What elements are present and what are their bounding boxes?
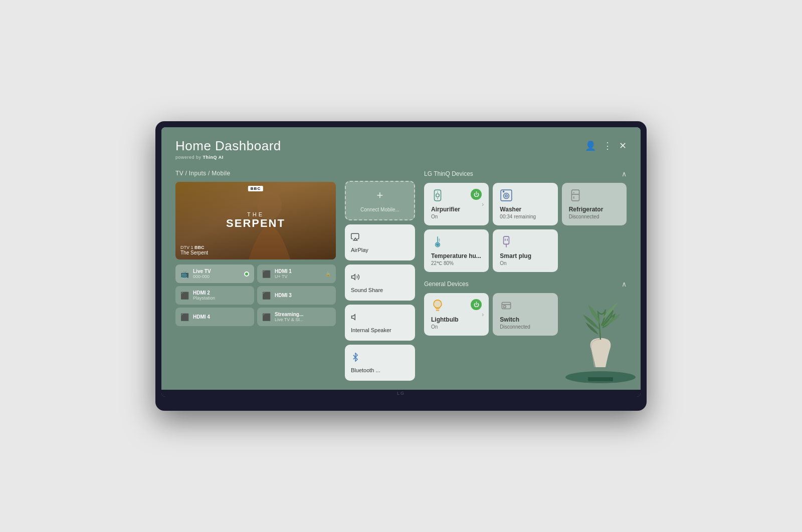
profile-icon[interactable]: 👤: [585, 140, 596, 151]
header-actions: 👤 ⋮ ✕: [585, 140, 627, 151]
thinq-collapse-icon[interactable]: ∧: [622, 170, 627, 178]
device-switch[interactable]: Switch Disconnected: [493, 293, 557, 336]
lightbulb-arrow: ›: [482, 311, 484, 318]
airpurifier-power-btn[interactable]: ⏻: [471, 189, 482, 200]
close-icon[interactable]: ✕: [619, 140, 627, 151]
svg-point-12: [505, 195, 507, 197]
general-section-header: General Devices ∧: [424, 280, 627, 288]
airplay-button[interactable]: AirPlay: [345, 224, 415, 260]
connect-mobile-label: Connect Mobile...: [360, 207, 399, 212]
tv-chassis: Home Dashboard powered by ThinQ AI 👤 ⋮ ✕…: [155, 121, 647, 411]
airpurifier-status: On: [431, 214, 482, 219]
device-washer[interactable]: Washer 00:34 remaining: [493, 183, 557, 225]
smartplug-name: Smart plug: [500, 252, 550, 259]
refrigerator-status: Disconnected: [569, 214, 620, 219]
input-streaming[interactable]: ⬛ Streaming... Live TV & St...: [257, 308, 336, 326]
svg-rect-25: [502, 303, 511, 309]
svg-rect-6: [435, 190, 441, 201]
washer-status: 00:34 remaining: [500, 214, 550, 219]
plus-icon: +: [377, 189, 383, 202]
channel-name: DTV 1 BBC: [180, 245, 208, 250]
tv-logo: LG: [397, 391, 405, 396]
lock-icon: 🔒: [325, 272, 331, 277]
sound-share-label: Sound Share: [351, 287, 383, 293]
connect-mobile-button[interactable]: + Connect Mobile...: [345, 181, 415, 220]
input-live-tv[interactable]: 📺 Live TV 000-000: [175, 264, 254, 283]
dashboard-header: Home Dashboard powered by ThinQ AI 👤 ⋮ ✕: [175, 138, 627, 160]
washer-name: Washer: [500, 206, 550, 213]
device-refrigerator[interactable]: Refrigerator Disconnected: [562, 183, 627, 225]
temperature-status: 22℃ 80%: [431, 260, 482, 266]
sound-share-button[interactable]: Sound Share: [345, 264, 415, 301]
internal-speaker-button[interactable]: Internal Speaker: [345, 305, 415, 341]
temperature-icon: [431, 235, 444, 251]
airpurifier-arrow: ›: [482, 201, 484, 208]
input-hdmi4[interactable]: ⬛ HDMI 4: [175, 308, 254, 326]
temperature-name: Temperature hu...: [431, 252, 482, 259]
smartplug-status: On: [500, 260, 550, 266]
thinq-section-title: LG ThinQ Devices: [424, 170, 473, 177]
dashboard-subtitle: powered by ThinQ AI: [175, 155, 281, 160]
streaming-icon: ⬛: [262, 313, 271, 321]
svg-rect-27: [504, 306, 506, 308]
hdmi3-icon: ⬛: [262, 292, 271, 300]
hdmi4-icon: ⬛: [180, 313, 189, 321]
input-hdmi3[interactable]: ⬛ HDMI 3: [257, 286, 336, 305]
tv-stand: [161, 397, 641, 411]
tv-screen: Home Dashboard powered by ThinQ AI 👤 ⋮ ✕…: [161, 127, 641, 397]
bbc-badge: BBC: [248, 186, 263, 191]
general-collapse-icon[interactable]: ∧: [622, 280, 627, 288]
dashboard-title: Home Dashboard: [175, 138, 281, 154]
more-options-icon[interactable]: ⋮: [603, 140, 612, 151]
thinq-section-header: LG ThinQ Devices ∧: [424, 170, 627, 178]
device-temperature[interactable]: Temperature hu... 22℃ 80%: [424, 229, 489, 272]
airplay-label: AirPlay: [351, 247, 368, 253]
hdmi1-icon: ⬛: [262, 270, 271, 278]
device-smartplug[interactable]: Smart plug On: [493, 229, 557, 272]
svg-rect-14: [571, 190, 579, 201]
internal-speaker-label: Internal Speaker: [351, 327, 391, 333]
input-hdmi2[interactable]: ⬛ HDMI 2 Playstation: [175, 286, 254, 305]
tv-section-title: TV / Inputs / Mobile: [175, 170, 336, 177]
lightbulb-status: On: [431, 324, 482, 330]
svg-marker-3: [353, 238, 357, 240]
tv-stand-base: [351, 397, 451, 411]
home-dashboard: Home Dashboard powered by ThinQ AI 👤 ⋮ ✕…: [161, 127, 641, 390]
refrigerator-name: Refrigerator: [569, 206, 620, 213]
sound-share-icon: [351, 273, 360, 284]
title-area: Home Dashboard powered by ThinQ AI: [175, 138, 281, 160]
svg-point-21: [437, 243, 439, 245]
washer-icon: [500, 189, 513, 205]
show-title: THE SERPENT: [226, 211, 285, 229]
show-name: The Serpent: [180, 250, 208, 255]
airplay-icon: [351, 232, 360, 244]
svg-rect-10: [501, 190, 512, 201]
devices-panel: LG ThinQ Devices ∧: [424, 170, 627, 381]
tv-stand-bar: LG: [161, 390, 641, 397]
live-tv-icon: 📺: [180, 270, 189, 278]
main-layout: TV / Inputs / Mobile: [175, 170, 627, 381]
switch-icon: [500, 299, 513, 315]
switch-status: Disconnected: [500, 324, 550, 330]
svg-marker-5: [352, 314, 355, 320]
lightbulb-name: Lightbulb: [431, 316, 482, 323]
bluetooth-label: Bluetooth ...: [351, 367, 380, 373]
refrigerator-icon: [569, 189, 582, 205]
hdmi2-icon: ⬛: [180, 292, 189, 300]
audio-panel: + Connect Mobile... AirPlay: [345, 181, 415, 381]
svg-marker-4: [352, 274, 355, 280]
lightbulb-power-btn[interactable]: ⏻: [471, 299, 482, 310]
input-hdmi1[interactable]: ⬛ HDMI 1 U+ TV 🔒: [257, 264, 336, 283]
switch-name: Switch: [500, 316, 550, 323]
internal-speaker-icon: [351, 313, 360, 324]
svg-point-11: [504, 193, 509, 199]
bluetooth-icon: [351, 353, 360, 364]
device-lightbulb[interactable]: ⏻ Lightbulb On ›: [424, 293, 489, 336]
svg-point-13: [503, 191, 504, 192]
bluetooth-button[interactable]: Bluetooth ...: [345, 345, 415, 381]
channel-brand: BBC: [194, 245, 205, 250]
smartplug-icon: [500, 235, 513, 251]
tv-inputs-panel: TV / Inputs / Mobile: [175, 170, 336, 381]
device-airpurifier[interactable]: ⏻ Airpurifier On ›: [424, 183, 489, 225]
tv-preview[interactable]: THE SERPENT BBC DTV 1 BBC The Serpent: [175, 182, 336, 259]
